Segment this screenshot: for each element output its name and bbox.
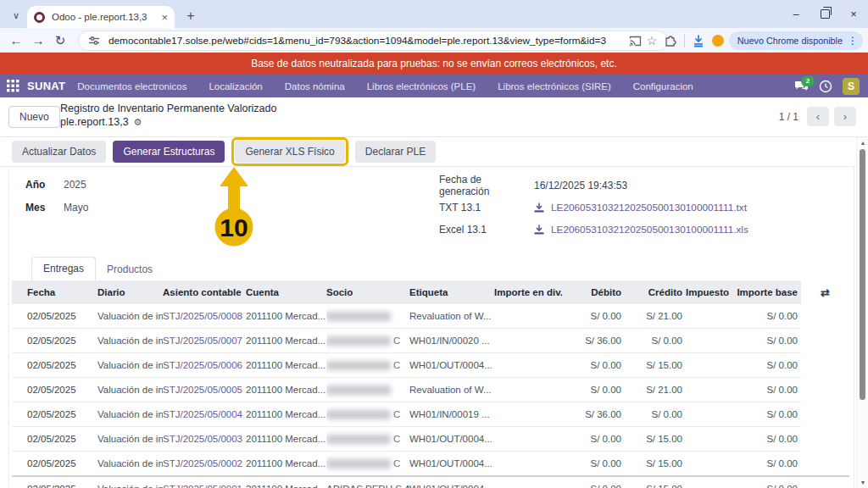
header-importe-base[interactable]: Importe base bbox=[730, 280, 801, 304]
cell-empty bbox=[801, 353, 849, 378]
activities-clock-icon[interactable] bbox=[819, 80, 832, 93]
menu-libros-ple[interactable]: Libros electrónicos (PLE) bbox=[367, 81, 476, 92]
year-label: Año bbox=[25, 179, 56, 191]
header-cuenta[interactable]: Cuenta bbox=[246, 280, 326, 304]
cell-socio: C bbox=[326, 427, 409, 452]
navbar-systray: 2 S bbox=[794, 78, 868, 95]
month-label: Mes bbox=[25, 202, 56, 214]
menu-localizacion[interactable]: Localización bbox=[209, 81, 262, 92]
table-row[interactable]: 02/05/2025Valuación de inve...STJ/2025/0… bbox=[12, 329, 849, 353]
scrollbar-thumb[interactable] bbox=[860, 149, 865, 400]
year-value[interactable]: 2025 bbox=[64, 179, 86, 191]
actualizar-datos-button[interactable]: Actualizar Datos bbox=[12, 141, 106, 163]
tab-close-icon[interactable]: × bbox=[161, 12, 168, 23]
table-row[interactable]: 02/05/2025Valuación de inve...STJ/2025/0… bbox=[12, 402, 849, 427]
cell-asiento: STJ/2025/05/0005 bbox=[163, 378, 246, 402]
tab-productos[interactable]: Productos bbox=[96, 258, 164, 280]
cell-asiento: STJ/2025/05/0007 bbox=[163, 329, 246, 353]
vertical-scrollbar[interactable]: ▲ ▼ bbox=[856, 137, 868, 488]
cell-empty bbox=[801, 452, 849, 477]
profile-avatar-icon[interactable] bbox=[712, 35, 724, 47]
form-left-group: Año 2025 Mes Mayo bbox=[25, 179, 88, 225]
cell-importe-div bbox=[494, 476, 562, 488]
browser-tab[interactable]: Odoo - ple.report.13,3 × bbox=[27, 6, 175, 28]
scroll-down-icon[interactable]: ▼ bbox=[857, 480, 868, 485]
declarar-ple-button[interactable]: Declarar PLE bbox=[355, 141, 436, 163]
cell-credito: S/ 0.00 bbox=[625, 329, 686, 353]
header-impuesto[interactable]: Impuesto bbox=[686, 280, 730, 304]
cell-etiqueta: WH01/OUT/0004... bbox=[409, 427, 494, 452]
month-value[interactable]: Mayo bbox=[64, 202, 88, 214]
menu-datos-nomina[interactable]: Datos nómina bbox=[285, 81, 345, 92]
cell-diario: Valuación de inve... bbox=[97, 353, 163, 378]
header-etiqueta[interactable]: Etiqueta bbox=[409, 280, 494, 304]
browser-menu-icon[interactable]: ⋮ bbox=[848, 35, 858, 47]
pager-count: 1 / 1 bbox=[779, 111, 798, 123]
header-debito[interactable]: Débito bbox=[562, 280, 625, 304]
tab-entregas[interactable]: Entregas bbox=[31, 257, 96, 280]
menu-libros-sire[interactable]: Libros electrónicos (SIRE) bbox=[498, 81, 611, 92]
table-row[interactable]: 02/05/2025Valuación de inve...STJ/2025/0… bbox=[12, 476, 849, 488]
scroll-up-icon[interactable]: ▲ bbox=[857, 140, 868, 146]
app-brand-sunat[interactable]: SUNAT bbox=[27, 80, 65, 92]
back-icon[interactable]: ← bbox=[5, 33, 27, 47]
cell-cuenta: 2011100 Mercad... bbox=[246, 427, 326, 452]
restore-button[interactable] bbox=[810, 0, 839, 28]
address-bar[interactable]: democontable17.solse.pe/web#cids=1&menu_… bbox=[78, 30, 668, 51]
minimize-button[interactable]: – bbox=[782, 0, 810, 28]
cell-importe-div bbox=[494, 402, 562, 427]
cell-importe-base: S/ 0.00 bbox=[730, 402, 801, 427]
cell-diario: Valuación de inve... bbox=[97, 427, 163, 452]
table-row[interactable]: 02/05/2025Valuación de inve...STJ/2025/0… bbox=[12, 353, 849, 378]
table-row[interactable]: 02/05/2025Valuación de inve...STJ/2025/0… bbox=[12, 427, 849, 452]
generar-xls-fisico-button[interactable]: Generar XLS Físico bbox=[235, 141, 344, 163]
optional-columns-icon[interactable]: ⇄ bbox=[821, 286, 830, 299]
cast-icon[interactable] bbox=[626, 36, 643, 47]
cell-credito: S/ 21.00 bbox=[625, 304, 686, 329]
new-record-button[interactable]: Nuevo bbox=[8, 106, 60, 128]
new-tab-button[interactable]: + bbox=[181, 7, 200, 25]
header-credito[interactable]: Crédito bbox=[625, 280, 686, 304]
cell-socio bbox=[326, 304, 409, 329]
cell-cuenta: 2011100 Mercad... bbox=[246, 329, 326, 353]
header-importe-div[interactable]: Importe en div... bbox=[494, 280, 562, 304]
pager-previous-icon[interactable]: ‹ bbox=[807, 107, 829, 126]
chrome-update-button[interactable]: Nuevo Chrome disponible ⋮ bbox=[729, 31, 863, 50]
bookmark-star-icon[interactable]: ☆ bbox=[643, 34, 660, 47]
close-button[interactable]: × bbox=[839, 0, 868, 28]
download-icon bbox=[534, 202, 544, 213]
excel-file-link[interactable]: LE2060531032120250500130100001111.xls bbox=[534, 224, 748, 236]
extensions-icon[interactable] bbox=[662, 34, 679, 47]
cell-importe-div bbox=[494, 304, 562, 329]
cell-debito: S/ 36.00 bbox=[562, 402, 625, 427]
apps-grid-icon[interactable] bbox=[0, 80, 25, 92]
menu-documentos-electronicos[interactable]: Documentos electronicos bbox=[77, 81, 186, 92]
cell-impuesto bbox=[686, 378, 730, 402]
download-icon bbox=[534, 225, 544, 235]
downloads-icon[interactable] bbox=[690, 34, 707, 47]
cell-empty bbox=[801, 427, 849, 452]
cell-empty bbox=[801, 304, 849, 329]
menu-configuracion[interactable]: Configuracion bbox=[633, 81, 693, 92]
table-row[interactable]: 02/05/2025Valuación de inve...STJ/2025/0… bbox=[12, 452, 849, 477]
header-diario[interactable]: Diario bbox=[97, 280, 163, 304]
forward-icon[interactable]: → bbox=[27, 33, 49, 47]
cell-etiqueta: WH01/IN/00019 ... bbox=[409, 402, 494, 427]
redacted-socio bbox=[326, 435, 391, 444]
messages-icon[interactable]: 2 bbox=[794, 80, 809, 92]
user-avatar[interactable]: S bbox=[843, 78, 860, 95]
header-fecha[interactable]: Fecha bbox=[12, 280, 97, 304]
cell-importe-div bbox=[494, 353, 562, 378]
header-socio[interactable]: Socio bbox=[326, 280, 409, 304]
site-settings-icon[interactable] bbox=[86, 35, 103, 47]
cell-impuesto bbox=[686, 476, 730, 488]
table-row[interactable]: 02/05/2025Valuación de inve...STJ/2025/0… bbox=[12, 378, 849, 402]
table-row[interactable]: 02/05/2025Valuación de inve...STJ/2025/0… bbox=[12, 304, 849, 329]
reload-icon[interactable]: ↻ bbox=[49, 33, 71, 48]
header-asiento[interactable]: Asiento contable bbox=[163, 280, 246, 304]
generar-estructuras-button[interactable]: Generar Estructuras bbox=[113, 141, 225, 163]
tab-search-chevron-icon[interactable]: ∨ bbox=[7, 7, 25, 24]
pager-next-icon[interactable]: › bbox=[834, 107, 856, 126]
txt-file-link[interactable]: LE2060531032120250500130100001111.txt bbox=[534, 202, 747, 214]
record-actions-gear-icon[interactable]: ⚙ bbox=[134, 115, 142, 129]
